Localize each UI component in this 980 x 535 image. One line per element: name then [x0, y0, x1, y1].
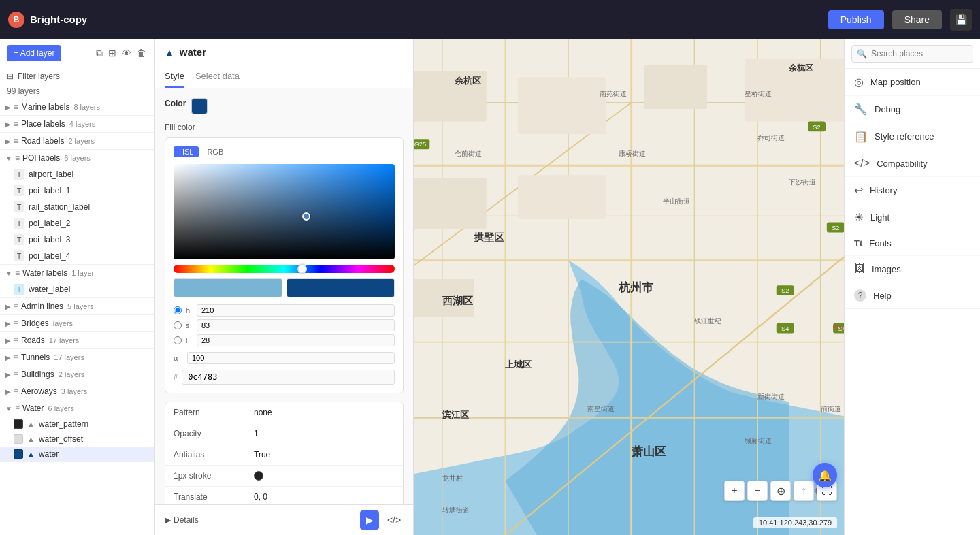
add-layer-button[interactable]: + Add layer: [7, 45, 61, 61]
merge-layer-icon[interactable]: ⊞: [107, 46, 118, 61]
menu-item-style-reference[interactable]: 📋 Style reference: [845, 123, 980, 150]
hue-slider[interactable]: [174, 265, 395, 273]
s-input[interactable]: [197, 319, 395, 331]
s-radio[interactable]: [174, 321, 182, 329]
notification-button[interactable]: 🔔: [813, 463, 837, 487]
menu-item-label: Fonts: [869, 238, 970, 248]
menu-item-light[interactable]: ☀ Light: [845, 204, 980, 231]
layer-group-header-roads[interactable]: ▶ ≡ Roads 17 layers: [0, 332, 154, 348]
layer-group-header-water-labels[interactable]: ▼ ≡ Water labels 1 layer: [0, 265, 154, 281]
layer-group-header-water[interactable]: ▼ ≡ Water 6 layers: [0, 400, 154, 417]
layer-count: 5 layers: [67, 302, 94, 310]
list-item[interactable]: ▲ water_pattern: [0, 417, 154, 432]
color-swatch[interactable]: [191, 98, 208, 114]
menu-item-compatibility[interactable]: </> Compatibility: [845, 150, 980, 177]
color-gradient-box[interactable]: [174, 164, 395, 259]
menu-item-fonts[interactable]: Tt Fonts: [845, 231, 980, 256]
swatch-current[interactable]: [287, 278, 395, 297]
text-type-icon: T: [14, 218, 24, 229]
stroke-label: 1px stroke: [174, 471, 248, 481]
layer-group-header-place[interactable]: ▶ ≡ Place labels 4 layers: [0, 116, 154, 132]
layer-group-name: Tunnels: [21, 353, 50, 362]
alpha-input[interactable]: [187, 352, 395, 364]
zoom-out-button[interactable]: −: [747, 481, 768, 501]
pattern-value: none: [254, 408, 272, 417]
l-row: l: [174, 334, 395, 346]
eye-icon[interactable]: 👁: [120, 46, 133, 61]
color-picker-handle[interactable]: [302, 212, 310, 221]
svg-text:龙井村: 龙井村: [442, 474, 463, 482]
cursor-mode-button[interactable]: ▶: [360, 510, 379, 530]
layer-group-name: POI labels: [22, 153, 60, 163]
l-input[interactable]: [197, 334, 395, 346]
menu-item-label: Help: [873, 291, 970, 301]
layer-group-header-admin[interactable]: ▶ ≡ Admin lines 5 layers: [0, 298, 154, 314]
opacity-prop: Opacity 1: [165, 423, 403, 444]
north-button[interactable]: ⊕: [770, 481, 791, 501]
menu-item-debug[interactable]: 🔧 Debug: [845, 96, 980, 123]
svg-text:转塘街道: 转塘街道: [442, 506, 470, 514]
list-item[interactable]: T poi_label_4: [0, 248, 154, 264]
publish-button[interactable]: Publish: [828, 10, 884, 29]
svg-text:新街街道: 新街街道: [757, 393, 785, 400]
hsl-mode-button[interactable]: HSL: [174, 146, 199, 157]
l-radio[interactable]: [174, 336, 182, 344]
alpha-row: α: [174, 352, 395, 364]
opacity-label: Opacity: [174, 429, 248, 438]
layer-group-header-aeroways[interactable]: ▶ ≡ Aeroways 3 layers: [0, 383, 154, 400]
delete-layer-icon[interactable]: 🗑: [135, 46, 148, 61]
layer-group-header-tunnels[interactable]: ▶ ≡ Tunnels 17 layers: [0, 349, 154, 366]
layer-group-icon: ≡: [14, 370, 18, 379]
share-button[interactable]: Share: [892, 10, 942, 29]
list-item[interactable]: T airport_label: [0, 166, 154, 182]
list-item[interactable]: T rail_station_label: [0, 199, 154, 215]
s-label: s: [186, 321, 193, 329]
zoom-in-button[interactable]: +: [724, 481, 745, 501]
details-button[interactable]: ▶ Details: [165, 515, 199, 525]
layer-group-header-marine[interactable]: ▶ ≡ Marine labels 8 layers: [0, 99, 154, 115]
list-item[interactable]: T poi_label_3: [0, 231, 154, 248]
svg-text:钱江世纪: 钱江世纪: [693, 317, 721, 325]
layer-count: 2 layers: [68, 137, 95, 145]
hex-input[interactable]: [182, 370, 395, 385]
h-radio[interactable]: [174, 306, 182, 314]
svg-text:红山农场: 红山农场: [833, 323, 844, 331]
search-input[interactable]: [851, 45, 973, 63]
layer-count: 6 layers: [48, 404, 74, 412]
list-item[interactable]: T water_label: [0, 281, 154, 297]
swatch-preview-light[interactable]: [174, 278, 282, 297]
style-panel-title: water: [180, 46, 206, 58]
layer-group-header-road[interactable]: ▶ ≡ Road labels 2 layers: [0, 133, 154, 149]
svg-text:杭州市: 杭州市: [618, 280, 654, 294]
svg-text:S2: S2: [813, 124, 820, 131]
copy-layer-icon[interactable]: ⧉: [95, 46, 104, 61]
list-item[interactable]: T poi_label_2: [0, 215, 154, 231]
chevron-right-icon: ▶: [5, 303, 11, 310]
tab-select-data[interactable]: Select data: [195, 65, 240, 88]
layers-count: 99 layers: [0, 85, 154, 99]
list-item[interactable]: T poi_label_1: [0, 182, 154, 199]
menu-item-history[interactable]: ↩ History: [845, 177, 980, 204]
antialias-label: Antialias: [174, 450, 248, 459]
fonts-icon: Tt: [854, 238, 862, 248]
layer-group-header-bridges[interactable]: ▶ ≡ Bridges layers: [0, 315, 154, 331]
list-item-water-active[interactable]: ▲ water: [0, 447, 154, 461]
tab-style[interactable]: Style: [165, 65, 184, 88]
pattern-label: Pattern: [174, 408, 248, 417]
menu-item-map-position[interactable]: ◎ Map position: [845, 69, 980, 96]
menu-item-images[interactable]: 🖼 Images: [845, 256, 980, 282]
menu-item-help[interactable]: ? Help: [845, 282, 980, 309]
layer-group-header-buildings[interactable]: ▶ ≡ Buildings 2 layers: [0, 366, 154, 383]
filter-layers-row[interactable]: ⊟ Filter layers: [0, 67, 154, 85]
alpha-label: α: [174, 354, 183, 362]
rgb-mode-button[interactable]: RGB: [201, 146, 229, 157]
h-input[interactable]: [197, 304, 395, 317]
svg-text:南苑街道: 南苑街道: [600, 90, 627, 97]
layer-name: poi_label_1: [29, 186, 149, 195]
code-mode-button[interactable]: </>: [385, 510, 404, 530]
compass-button[interactable]: ↑: [794, 481, 814, 501]
save-button[interactable]: 💾: [950, 9, 972, 31]
list-item[interactable]: ▲ water_offset: [0, 432, 154, 447]
layer-group-header-poi[interactable]: ▼ ≡ POI labels 6 layers: [0, 150, 154, 166]
hue-slider-handle[interactable]: [297, 264, 307, 274]
